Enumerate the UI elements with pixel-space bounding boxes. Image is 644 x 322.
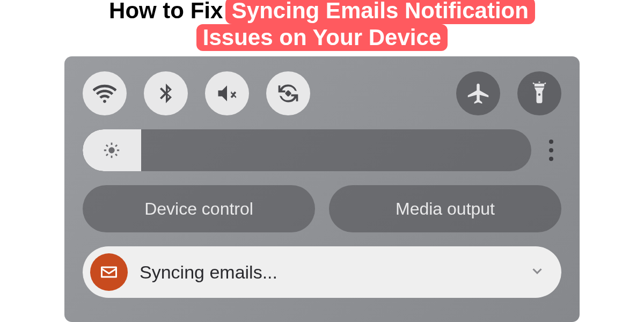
brightness-row [83,129,561,171]
mute-icon [215,82,239,105]
toggle-row [83,71,561,115]
rotate-toggle[interactable] [266,71,310,115]
wifi-icon [93,82,116,105]
title-highlight-2: Issues on Your Device [196,24,448,51]
notification-text: Syncing emails... [140,262,517,283]
title-prefix: How to Fix [109,0,223,23]
mail-icon [99,262,119,282]
svg-point-1 [109,148,115,153]
svg-line-6 [106,145,108,147]
brightness-icon [103,141,121,159]
bluetooth-icon [154,82,178,105]
bluetooth-toggle[interactable] [144,71,188,115]
flashlight-icon [528,82,551,105]
mail-app-icon [90,253,128,291]
mute-toggle[interactable] [205,71,249,115]
svg-rect-0 [285,90,292,97]
airplane-icon [466,82,490,105]
more-options-button[interactable] [541,129,561,171]
svg-line-7 [115,154,117,156]
svg-line-9 [115,145,117,147]
brightness-fill [83,129,141,171]
media-output-button[interactable]: Media output [329,185,561,232]
device-control-button[interactable]: Device control [83,185,315,232]
rotate-icon [276,82,300,105]
airplane-toggle[interactable] [456,71,500,115]
kebab-dot-icon [549,157,553,161]
brightness-slider[interactable] [83,129,531,171]
kebab-dot-icon [549,148,553,152]
sync-emails-notification[interactable]: Syncing emails... [83,246,561,298]
wifi-toggle[interactable] [83,71,127,115]
kebab-dot-icon [549,140,553,144]
quick-settings-panel: Device control Media output Syncing emai… [64,56,580,322]
svg-line-8 [106,154,108,156]
chevron-down-icon [529,263,545,279]
pill-row: Device control Media output [83,185,561,232]
page-title: How to Fix Syncing Emails Notification I… [109,0,535,51]
flashlight-toggle[interactable] [517,71,561,115]
title-highlight-1: Syncing Emails Notification [225,0,535,24]
expand-chevron[interactable] [529,263,545,281]
